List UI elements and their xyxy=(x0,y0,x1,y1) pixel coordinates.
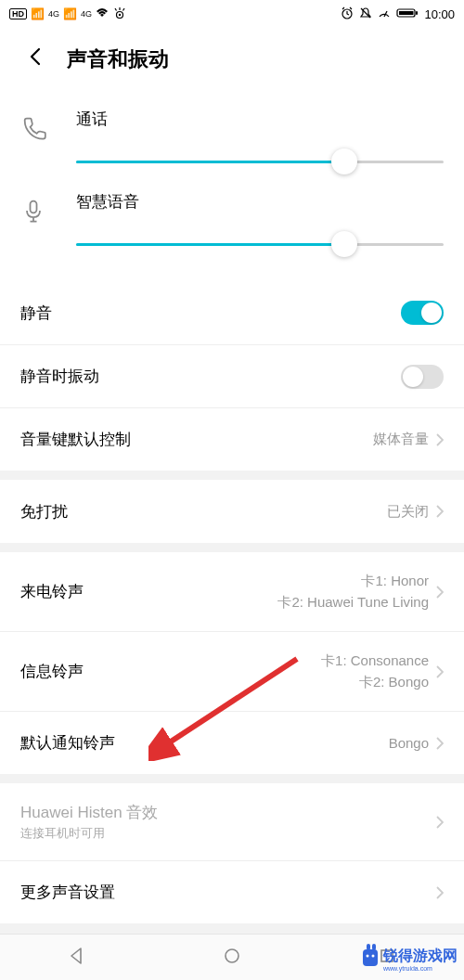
sim-icon-1: 📶 xyxy=(31,7,45,20)
volume-sliders-section: 通话 智慧语音 xyxy=(0,90,464,281)
voice-volume-slider[interactable] xyxy=(76,233,444,255)
default-notification-label: 默认通知铃声 xyxy=(20,732,115,754)
phone-icon xyxy=(20,109,54,142)
voice-volume-label: 智慧语音 xyxy=(76,191,444,213)
eye-icon xyxy=(112,7,127,21)
watermark-logo: 锐得游戏网 www.ytruida.com xyxy=(361,936,463,977)
incoming-ringtone-row[interactable]: 来电铃声 卡1: Honor 卡2: Huawei Tune Living xyxy=(0,552,464,631)
volume-key-value: 媒体音量 xyxy=(373,431,429,448)
vibrate-on-silent-toggle[interactable] xyxy=(401,365,444,389)
nav-home[interactable] xyxy=(195,937,269,978)
alarm-icon xyxy=(341,6,354,22)
incoming-ringtone-label: 来电铃声 xyxy=(20,581,84,602)
dnd-value: 已关闭 xyxy=(387,503,429,521)
chevron-right-icon xyxy=(436,886,444,899)
chevron-right-icon xyxy=(436,505,444,518)
call-volume-row: 通话 xyxy=(20,99,444,182)
silent-toggle-row[interactable]: 静音 xyxy=(0,281,464,344)
voice-volume-row: 智慧语音 xyxy=(20,182,444,264)
call-volume-label: 通话 xyxy=(76,109,444,130)
mute-icon xyxy=(359,6,372,22)
chevron-right-icon xyxy=(436,737,444,750)
nav-back[interactable] xyxy=(40,937,114,978)
svg-rect-6 xyxy=(31,201,37,213)
dnd-label: 免打扰 xyxy=(20,501,68,522)
histen-sub: 连接耳机时可用 xyxy=(20,825,158,842)
chevron-right-icon xyxy=(436,586,444,599)
speedometer-icon xyxy=(378,6,391,22)
svg-point-16 xyxy=(226,949,238,962)
sim-icon-2: 📶 xyxy=(63,7,77,20)
histen-label: Huawei Histen 音效 xyxy=(20,802,158,823)
volume-key-control-row[interactable]: 音量键默认控制 媒体音量 xyxy=(0,407,464,471)
page-title: 声音和振动 xyxy=(67,45,169,73)
message-ringtone-card2: 卡2: Bongo xyxy=(321,672,429,693)
svg-rect-9 xyxy=(363,949,378,966)
wifi-icon xyxy=(96,7,109,21)
microphone-icon xyxy=(20,191,54,225)
svg-point-1 xyxy=(119,13,121,15)
svg-point-12 xyxy=(367,955,369,958)
silent-toggle[interactable] xyxy=(401,301,444,325)
signal-4g-2: 4G xyxy=(81,9,92,19)
default-notification-value: Bongo xyxy=(389,735,429,751)
page-header: 声音和振动 xyxy=(0,28,464,90)
chevron-right-icon xyxy=(436,665,444,678)
vibrate-on-silent-row[interactable]: 静音时振动 xyxy=(0,344,464,407)
default-notification-row[interactable]: 默认通知铃声 Bongo xyxy=(0,711,464,774)
message-ringtone-row[interactable]: 信息铃声 卡1: Consonance 卡2: Bongo xyxy=(0,631,464,711)
histen-row: Huawei Histen 音效 连接耳机时可用 xyxy=(0,783,464,860)
silent-label: 静音 xyxy=(20,303,52,324)
incoming-ringtone-card1: 卡1: Honor xyxy=(277,571,429,592)
call-volume-slider[interactable] xyxy=(76,150,444,173)
hd-badge: HD xyxy=(9,8,27,19)
chevron-right-icon xyxy=(436,433,444,446)
battery-icon xyxy=(396,7,419,21)
svg-rect-10 xyxy=(367,944,370,950)
more-sound-settings-row[interactable]: 更多声音设置 xyxy=(0,860,464,923)
signal-4g-1: 4G xyxy=(48,9,59,19)
message-ringtone-card1: 卡1: Consonance xyxy=(321,651,429,672)
message-ringtone-label: 信息铃声 xyxy=(20,661,84,682)
status-bar: HD 📶 4G 📶 4G 10:00 xyxy=(0,0,464,28)
dnd-row[interactable]: 免打扰 已关闭 xyxy=(0,480,464,543)
svg-text:锐得游戏网: 锐得游戏网 xyxy=(382,948,458,963)
svg-point-13 xyxy=(372,955,375,958)
svg-rect-5 xyxy=(416,11,418,15)
chevron-right-icon xyxy=(436,816,444,829)
more-sound-label: 更多声音设置 xyxy=(20,882,115,903)
svg-rect-4 xyxy=(399,11,414,15)
volume-key-label: 音量键默认控制 xyxy=(20,429,131,450)
incoming-ringtone-card2: 卡2: Huawei Tune Living xyxy=(277,592,429,613)
svg-rect-11 xyxy=(372,944,376,950)
back-button[interactable] xyxy=(26,45,46,73)
svg-text:www.ytruida.com: www.ytruida.com xyxy=(382,965,432,973)
clock-time: 10:00 xyxy=(424,7,455,21)
vibrate-on-silent-label: 静音时振动 xyxy=(20,366,99,387)
